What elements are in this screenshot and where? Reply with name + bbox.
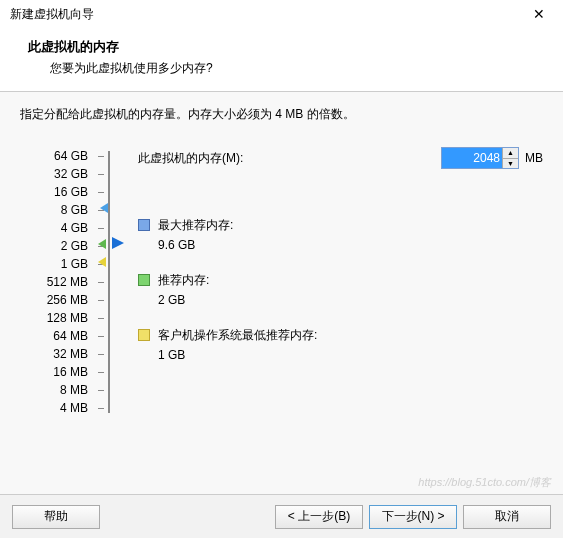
spin-down-icon[interactable]: ▼: [503, 159, 518, 169]
rec-max: 最大推荐内存: 9.6 GB: [138, 217, 543, 252]
page-subheading: 您要为此虚拟机使用多少内存?: [28, 60, 543, 77]
help-button[interactable]: 帮助: [12, 505, 100, 529]
back-button[interactable]: < 上一步(B): [275, 505, 363, 529]
scale-tick: 1 GB: [20, 255, 92, 273]
max-marker-icon: [100, 203, 108, 213]
scale-tick: 16 MB: [20, 363, 92, 381]
rec-max-title: 最大推荐内存:: [158, 217, 233, 234]
footer: 帮助 < 上一步(B) 下一步(N) > 取消: [0, 494, 563, 538]
square-yellow-icon: [138, 329, 150, 341]
page-heading: 此虚拟机的内存: [28, 38, 543, 56]
memory-label: 此虚拟机的内存(M):: [138, 150, 441, 167]
titlebar: 新建虚拟机向导 ✕: [0, 0, 563, 28]
scale-tick: 32 GB: [20, 165, 92, 183]
rec-value: 2 GB: [158, 293, 209, 307]
scale-tick: 4 MB: [20, 399, 92, 417]
memory-input[interactable]: [442, 148, 502, 168]
rec-max-value: 9.6 GB: [158, 238, 233, 252]
scale-tick: 64 MB: [20, 327, 92, 345]
intro-text: 指定分配给此虚拟机的内存量。内存大小必须为 4 MB 的倍数。: [20, 106, 543, 123]
scale-tick: 2 GB: [20, 237, 92, 255]
scale-tick: 512 MB: [20, 273, 92, 291]
cancel-button[interactable]: 取消: [463, 505, 551, 529]
memory-spinner[interactable]: ▲ ▼: [502, 148, 518, 168]
rec-title: 推荐内存:: [158, 272, 209, 289]
scale-tick: 16 GB: [20, 183, 92, 201]
slider-thumb-icon[interactable]: [112, 237, 124, 249]
slider-track[interactable]: [92, 147, 126, 417]
watermark: https://blog.51cto.com/博客: [418, 475, 551, 490]
rec-min-value: 1 GB: [158, 348, 317, 362]
scale-tick: 32 MB: [20, 345, 92, 363]
close-icon[interactable]: ✕: [519, 6, 559, 22]
memory-scale: 64 GB32 GB16 GB8 GB4 GB2 GB1 GB512 MB256…: [20, 147, 92, 417]
content: 指定分配给此虚拟机的内存量。内存大小必须为 4 MB 的倍数。 64 GB32 …: [0, 92, 563, 431]
scale-tick: 8 MB: [20, 381, 92, 399]
rec-min-title: 客户机操作系统最低推荐内存:: [158, 327, 317, 344]
scale-tick: 256 MB: [20, 291, 92, 309]
scale-tick: 128 MB: [20, 309, 92, 327]
memory-unit: MB: [525, 151, 543, 165]
wizard-header: 此虚拟机的内存 您要为此虚拟机使用多少内存?: [0, 28, 563, 91]
memory-input-wrap: ▲ ▼: [441, 147, 519, 169]
rec-min: 客户机操作系统最低推荐内存: 1 GB: [138, 327, 543, 362]
window-title: 新建虚拟机向导: [10, 6, 94, 23]
min-marker-icon: [98, 257, 106, 267]
spin-up-icon[interactable]: ▲: [503, 148, 518, 159]
square-blue-icon: [138, 219, 150, 231]
scale-tick: 4 GB: [20, 219, 92, 237]
rec-rec: 推荐内存: 2 GB: [138, 272, 543, 307]
rec-marker-icon: [98, 239, 106, 249]
next-button[interactable]: 下一步(N) >: [369, 505, 457, 529]
scale-tick: 8 GB: [20, 201, 92, 219]
square-green-icon: [138, 274, 150, 286]
scale-tick: 64 GB: [20, 147, 92, 165]
info-panel: 此虚拟机的内存(M): ▲ ▼ MB 最大推荐内存: 9.6: [126, 147, 543, 417]
